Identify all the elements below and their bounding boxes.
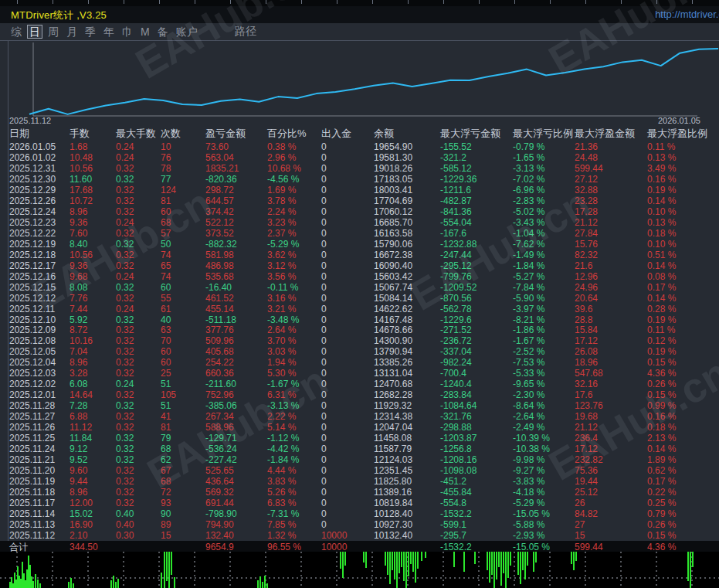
table-row[interactable]: 2025.12.057.040.3260405.683.03 %013790.9… [0, 346, 719, 357]
histogram-bar [26, 569, 28, 588]
cell: 8.72 [68, 325, 114, 335]
cell: -5.88 % [511, 519, 573, 530]
ruler-tick [656, 0, 657, 4]
table-row[interactable]: 2025.11.287.280.3251-385.06-3.13 %011929… [0, 400, 719, 411]
table-row[interactable]: 2026.01.051.680.241073.600.38 %019654.90… [0, 141, 719, 152]
menu-item-4[interactable]: 月 [65, 25, 79, 38]
histogram-bar [463, 552, 465, 572]
cell: 374.42 [204, 206, 266, 217]
cell: 105 [159, 389, 204, 400]
menu-item-5[interactable]: 季 [83, 25, 97, 38]
table-row[interactable]: 2025.12.158.080.3260-16.40-0.11 %015067.… [0, 282, 719, 293]
cell: 486.98 [204, 260, 266, 271]
table-row[interactable]: 2025.11.219.520.3262-227.42-1.84 %012124… [0, 454, 719, 465]
cell: 0 [320, 314, 372, 325]
histogram-bar [387, 552, 388, 575]
cell: -15.05 % [511, 508, 573, 519]
cell: 9.36 [68, 260, 114, 271]
table-row[interactable]: 2025.11.1712.000.3293691.446.83 %010819.… [0, 498, 719, 508]
cell: 7.28 [68, 400, 114, 411]
table-row[interactable]: 2025.12.098.720.3263377.762.64 %014678.6… [0, 325, 719, 335]
table-row[interactable]: 2025.12.239.360.2468522.123.23 %016685.7… [0, 217, 719, 228]
cell: 2.64 % [266, 325, 320, 335]
table-row[interactable]: 2025.11.1316.900.4089794.907.85 %010927.… [0, 519, 719, 530]
histogram-bar [11, 577, 12, 588]
histogram-bar [415, 552, 416, 583]
cell: 2.13 % [646, 433, 711, 444]
menu-item-path[interactable]: 路径 [235, 25, 256, 39]
table-row[interactable]: 2025.12.3011.600.3277-820.36-4.56 %01718… [0, 174, 719, 185]
cell: -5.90 % [511, 293, 573, 304]
table-row[interactable]: 2025.11.199.440.3268436.643.83 %011825.8… [0, 476, 719, 487]
menu-item-10[interactable]: 账户 [175, 25, 199, 38]
menu-item-1[interactable]: 综 [9, 25, 23, 38]
cell: 0.32 [114, 357, 159, 368]
cell: -295.7 [439, 530, 511, 541]
table-row[interactable]: 2025.12.3110.560.32781835.2110.68 %01901… [0, 163, 719, 174]
table-row[interactable]: 2025.12.1810.560.3274581.983.62 %016672.… [0, 250, 719, 260]
cell: 0.62 % [646, 465, 711, 476]
cell: 9.36 [68, 217, 114, 228]
table-row[interactable]: 2025.12.169.680.2474535.683.56 %015603.4… [0, 271, 719, 282]
table-row[interactable]: 2025.11.2611.120.3281588.965.14 %012047.… [0, 422, 719, 433]
cell: 0.14 % [646, 260, 711, 271]
table-row[interactable]: 2025.12.198.400.3250-882.32-5.29 %015790… [0, 239, 719, 250]
cell: 0.32 [114, 476, 159, 487]
table-row[interactable]: 2025.12.105.920.3240-511.18-3.48 %014167… [0, 314, 719, 325]
table-row[interactable]: 2025.12.117.440.2461455.143.21 %014622.6… [0, 304, 719, 314]
cell: 254.22 [204, 357, 266, 368]
table-row[interactable]: 2025.12.026.080.2451-211.60-1.67 %012470… [0, 379, 719, 389]
menu-item-3[interactable]: 周 [46, 25, 60, 38]
cell: 2.96 % [266, 152, 320, 163]
menu-item-2[interactable]: 日 [28, 25, 42, 38]
cell: -227.42 [204, 454, 266, 465]
cell: -1.67 % [266, 379, 320, 389]
cell: 17.6 [573, 389, 646, 400]
table-row[interactable]: 2025.12.127.760.3255461.523.16 %015084.1… [0, 293, 719, 304]
table-row[interactable]: 2025.11.249.120.3268-536.24-4.42 %011587… [0, 444, 719, 454]
cell: 19.68 [573, 411, 646, 422]
table-row[interactable]: 2026.01.0210.480.2476563.042.96 %019581.… [0, 152, 719, 163]
cell: 267.34 [204, 411, 266, 422]
cell: 12351.45 [372, 465, 439, 476]
cell: 0 [320, 346, 372, 357]
cell: -385.06 [204, 400, 266, 411]
menu-item-7[interactable]: 巾 [120, 25, 134, 38]
cell: 84.82 [573, 508, 646, 519]
table-row[interactable]: 2025.11.2511.840.3279-129.71-1.12 %01145… [0, 433, 719, 444]
cell: 15790.06 [372, 239, 439, 250]
table-row[interactable]: 2025.11.276.880.3241267.342.22 %012314.3… [0, 411, 719, 422]
table-row[interactable]: 2025.12.033.280.3225660.365.30 %013131.0… [0, 368, 719, 379]
menu-item-9[interactable]: 备 [156, 25, 170, 38]
cell: 21.12 [573, 422, 646, 433]
cell: 8.96 [68, 487, 114, 498]
chart-start-date-label: 2025.11.12 [9, 116, 51, 125]
column-header: 百分比% [266, 127, 320, 141]
table-row[interactable]: 2025.11.188.960.3272569.325.26 %011389.1… [0, 487, 719, 498]
table-row[interactable]: 2025.11.209.600.3267525.654.44 %012351.4… [0, 465, 719, 476]
table-row[interactable]: 2025.12.179.360.3265486.983.12 %016090.4… [0, 260, 719, 271]
cell: -1229.6 [439, 314, 511, 325]
cell: 76 [159, 152, 204, 163]
table-row[interactable]: 2025.11.122.100.3015132.401.32 %10000101… [0, 530, 719, 541]
table-row[interactable]: 2025.12.0114.640.32105752.966.31 %012682… [0, 389, 719, 400]
cell: 3.56 % [266, 271, 320, 282]
cell: -1.49 % [511, 250, 573, 260]
table-row[interactable]: 2025.12.2917.680.32124298.721.69 %018003… [0, 185, 719, 195]
table-row[interactable]: 2025.11.1415.020.4090-798.90-7.31 %01012… [0, 508, 719, 519]
menu-item-8[interactable]: M [139, 25, 151, 38]
table-row[interactable]: 2025.12.248.960.3260374.422.24 %017060.1… [0, 206, 719, 217]
cell: 17.28 [573, 206, 646, 217]
histogram-bar [161, 573, 162, 588]
vendor-url-link[interactable]: http://mtdriver.c [655, 8, 719, 20]
cell: -2.49 % [511, 422, 573, 433]
table-row[interactable]: 2025.12.048.960.3260254.221.94 %013385.2… [0, 357, 719, 368]
cell: 28.8 [573, 314, 646, 325]
cell: -4.56 % [266, 174, 320, 185]
activity-histogram-svg [0, 552, 719, 588]
table-row[interactable]: 2025.12.227.600.3257373.522.37 %016163.5… [0, 228, 719, 239]
table-row[interactable]: 2025.12.0810.160.3270509.963.70 %014300.… [0, 335, 719, 346]
cell: 60 [159, 346, 204, 357]
menu-item-6[interactable]: 年 [102, 25, 116, 38]
table-row[interactable]: 2025.12.2610.720.3281644.573.78 %017704.… [0, 195, 719, 206]
